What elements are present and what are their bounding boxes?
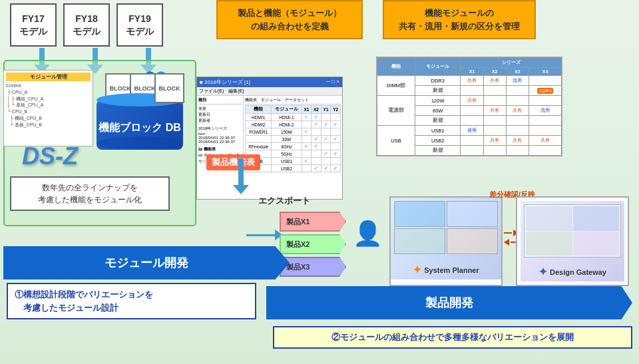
td-nu-x4	[529, 146, 562, 156]
th-x1: X1	[461, 68, 483, 76]
product-table-right-panel: 機能表 モジュール・データセット 機能モジュールX1X2Y1Y2 HDMI1HD…	[244, 96, 342, 191]
td-ddr3: DDR3	[415, 76, 461, 86]
design-gateway-box: ✦ Design Gateway	[516, 196, 629, 286]
bottom-desc-right: ②モジュールの組み合わせで多種多様なバリエーションを展開	[273, 326, 632, 349]
ds2-logo-area: DS-Z	[3, 133, 97, 180]
td-120w-x3	[506, 96, 529, 106]
callout-left-box: 製品と機能（モジュール）の組み合わせを定義	[216, 0, 363, 39]
td-new-x1	[461, 86, 483, 96]
td-60w-x4: 流用	[529, 106, 562, 116]
bottom-desc-left-line1: ①構想設計段階でバリエーションを	[15, 288, 248, 301]
td-usb2-x1	[461, 136, 483, 146]
td-ddr3-x3: 流用	[506, 76, 529, 86]
th-series: シリーズ	[461, 58, 562, 68]
callout-left-text: 製品と機能（モジュール）の組み合わせを定義	[238, 8, 341, 31]
ds2-logo: DS-Z	[22, 142, 78, 170]
th-module: モジュール	[415, 58, 461, 76]
sp-box-4	[447, 228, 498, 254]
td-60w-x1	[461, 106, 483, 116]
tab-modules[interactable]: モジュール・データセット	[261, 97, 309, 103]
product-dev-label: 製品開発	[425, 295, 473, 311]
td-usb1: USB1	[415, 126, 461, 136]
bottom-desc-left-line2: 考慮したモジュール設計	[15, 301, 248, 315]
system-planner-box: ✦ System Planner	[389, 196, 503, 286]
block-icon-3: BLOCK	[154, 73, 184, 103]
menu-file[interactable]: ファイル(E)	[199, 89, 224, 93]
sp-label-text: System Planner	[424, 266, 479, 274]
product-table-window: ■ 2018年シリーズ [1] ─ □ × ファイル(E) 編集(E) 種別 名…	[196, 77, 343, 200]
product-x2: 製品X2	[280, 234, 346, 254]
ds2-desc-text: 数年先の全ラインナップを考慮した機能をモジュール化	[38, 183, 142, 204]
td-new-x3	[506, 86, 529, 96]
module-tree-content: Control ├ CPU_A │ ├ 機能_CPU_A │ └ 基板_CPU_…	[6, 83, 91, 128]
th-x3: X3	[506, 68, 529, 76]
sp-box-3	[394, 228, 445, 254]
td-120w: 120W	[415, 96, 461, 106]
callout-right-box: 機能モジュールの共有・流用・新規の区分を管理	[383, 0, 536, 39]
td-ddr4: DDR4	[529, 86, 562, 96]
dg-star-icon: ✦	[538, 266, 547, 278]
system-planner-content: ✦ System Planner	[391, 198, 501, 279]
product-table-titlebar: ■ 2018年シリーズ [1] ─ □ ×	[197, 77, 342, 87]
dg-cell-3	[526, 232, 572, 256]
td-np-x4	[529, 116, 562, 126]
product-table-menubar: ファイル(E) 編集(E)	[197, 87, 342, 96]
td-usb2: USB2	[415, 136, 461, 146]
td-nu-x1	[461, 146, 483, 156]
center-user-icon: 👤	[353, 220, 383, 248]
sp-label: ✦ System Planner	[413, 264, 479, 276]
td-usb1-x3	[506, 126, 529, 136]
bottom-desc-right-text: ②モジュールの組み合わせで多種多様なバリエーションを展開	[331, 332, 574, 342]
product-dev-arrow: 製品開発	[266, 286, 632, 319]
module-dev-label: モジュール開発	[105, 255, 188, 271]
fy19-box: FY19モデル	[116, 3, 163, 47]
td-power: 電源部	[377, 96, 415, 126]
export-arrow-group	[233, 158, 249, 194]
td-new-usb: 新規	[415, 146, 461, 156]
td-usb1-x4	[529, 126, 562, 136]
td-np-x2	[483, 116, 506, 126]
ddr4-badge: DDR4	[537, 88, 552, 94]
td-ddr3-x1: 共有	[461, 76, 483, 86]
td-60w-x2: 共有	[483, 106, 506, 116]
arrow-head-left	[504, 239, 509, 246]
export-label: エクスポート	[258, 195, 310, 207]
window-controls: ─ □ ×	[326, 79, 339, 86]
td-nu-x2	[483, 146, 506, 156]
th-x4: X4	[529, 68, 562, 76]
fy-models-group: FY17モデル FY18モデル FY19モデル	[10, 3, 163, 47]
product-x1-label: 製品X1	[286, 217, 310, 227]
dg-content: ✦ Design Gateway	[521, 201, 624, 281]
td-np-x1	[461, 116, 483, 126]
td-ddr3-x2: 共有	[483, 76, 506, 86]
td-120w-x2	[483, 96, 506, 106]
td-new-x2	[483, 86, 506, 96]
bottom-desc-left: ①構想設計段階でバリエーションを 考慮したモジュール設計	[7, 283, 256, 319]
fy18-box: FY18モデル	[63, 3, 110, 47]
td-60w-x3: 共有	[506, 106, 529, 116]
module-dev-arrow: モジュール開発	[3, 246, 290, 279]
tab-features[interactable]: 機能表	[245, 97, 257, 103]
dg-label-text: Design Gateway	[550, 268, 606, 276]
td-np-x3	[506, 116, 529, 126]
module-tree-title: モジュール管理	[6, 73, 91, 81]
menu-edit[interactable]: 編集(E)	[228, 89, 244, 93]
mgmt-table-inner: 機能 モジュール シリーズ X1 X2 X3 X4 DIMM部 DDR3 共有 …	[377, 57, 562, 156]
main-diagram: FY17モデル FY18モデル FY19モデル モジュール管理 Control …	[0, 0, 639, 364]
dg-cell-4	[573, 232, 620, 256]
arrow-line-right	[504, 232, 512, 234]
product-table-content: 種別 名前 更新日 更新者 2018年シリーズ hori 2018/04/01 …	[197, 96, 342, 191]
td-new-power: 新規	[415, 116, 461, 126]
td-usb2-x2: 共有	[483, 136, 506, 146]
sp-inner-boxes	[394, 201, 498, 254]
callout-right-text: 機能モジュールの共有・流用・新規の区分を管理	[399, 8, 520, 31]
sp-box-1	[394, 201, 445, 227]
product-x1: 製品X1	[280, 212, 346, 232]
dg-inner-content	[524, 204, 621, 258]
td-usb2-x3: 共有	[506, 136, 529, 146]
td-usb1-x2	[483, 126, 506, 136]
td-120w-x4	[529, 96, 562, 106]
product-x3: 製品X3	[280, 257, 346, 277]
dg-cell-2	[573, 206, 620, 231]
td-ddr3-x4	[529, 76, 562, 86]
